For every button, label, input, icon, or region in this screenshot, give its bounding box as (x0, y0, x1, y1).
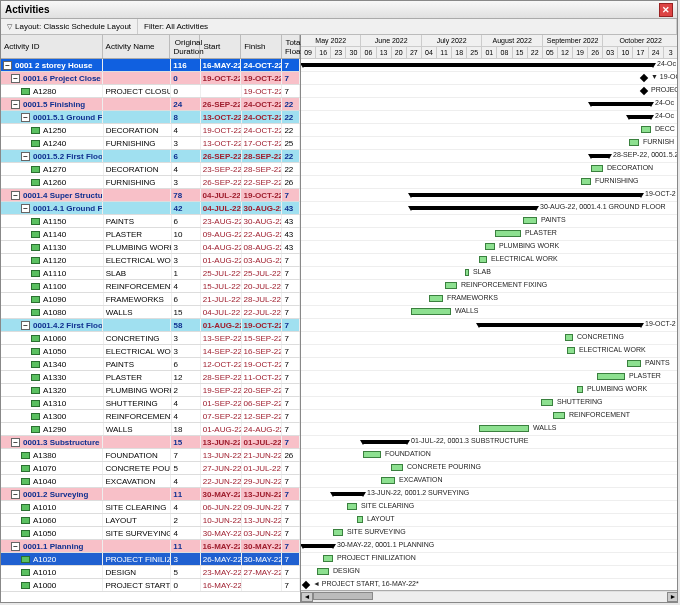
task-bar[interactable] (541, 399, 553, 406)
gantt-row[interactable]: PAINTS (301, 358, 677, 371)
activity-row[interactable]: A1060LAYOUT210-JUN-22*13-JUN-227 (1, 514, 300, 527)
col-activity-name[interactable]: Activity Name (103, 35, 171, 58)
activity-row[interactable]: A1100REINFORCEMENT FIX415-JUL-22*20-JUL-… (1, 280, 300, 293)
gantt-row[interactable]: SHUTTERING (301, 397, 677, 410)
activity-row[interactable]: A1240FURNISHING313-OCT-2217-OCT-2225 (1, 137, 300, 150)
task-bar[interactable] (323, 555, 333, 562)
summary-row[interactable]: −0001.4.2 First Floor5801-AUG-2219-OCT-2… (1, 319, 300, 332)
task-bar[interactable] (347, 503, 357, 510)
activity-row[interactable]: A1260FURNISHING326-SEP-2222-SEP-2226 (1, 176, 300, 189)
task-bar[interactable] (523, 217, 537, 224)
gantt-row[interactable]: PROJECT (301, 85, 677, 98)
summary-row[interactable]: −0001.3 Substructure1513-JUN-2201-JUL-22… (1, 436, 300, 449)
task-bar[interactable] (411, 308, 451, 315)
summary-bar[interactable] (411, 206, 536, 210)
activity-row[interactable]: A1150PAINTS623-AUG-2230-AUG-2243 (1, 215, 300, 228)
gantt-row[interactable]: DECC (301, 124, 677, 137)
filter-dropdown[interactable]: Filter: All Activities (138, 19, 677, 34)
gantt-row[interactable]: 30-MAY-22, 0001.1 PLANNING (301, 540, 677, 553)
scroll-track[interactable] (313, 592, 667, 602)
activity-row[interactable]: A1140PLASTER1009-AUG-2222-AUG-2243 (1, 228, 300, 241)
gantt-row[interactable]: FRAMEWORKS (301, 293, 677, 306)
task-bar[interactable] (465, 269, 469, 276)
summary-bar[interactable] (303, 544, 333, 548)
gantt-row[interactable]: PAINTS (301, 215, 677, 228)
scroll-thumb[interactable] (313, 592, 373, 600)
gantt-row[interactable]: FURNISHING (301, 176, 677, 189)
summary-bar[interactable] (411, 193, 641, 197)
gantt-row[interactable]: PLUMBING WORK (301, 384, 677, 397)
gantt-row[interactable]: REINFORCEMENT (301, 410, 677, 423)
summary-bar[interactable] (333, 492, 363, 496)
collapse-icon[interactable]: − (11, 100, 20, 109)
gantt-row[interactable]: FURNISH (301, 137, 677, 150)
activity-row[interactable]: A1060CONCRETING313-SEP-22*15-SEP-227 (1, 332, 300, 345)
task-bar[interactable] (317, 568, 329, 575)
gantt-row[interactable]: LAYOUT (301, 514, 677, 527)
summary-row[interactable]: −0001.4 Super Structure7804-JUL-2219-OCT… (1, 189, 300, 202)
activity-row[interactable]: A1280PROJECT CLOSURE019-OCT-227 (1, 85, 300, 98)
collapse-icon[interactable]: − (21, 152, 30, 161)
task-bar[interactable] (553, 412, 565, 419)
col-duration[interactable]: Original Duration (170, 35, 200, 58)
summary-bar[interactable] (591, 154, 609, 158)
milestone-bar[interactable] (302, 581, 310, 589)
layout-dropdown[interactable]: ▽ Layout: Classic Schedule Layout (1, 19, 138, 34)
summary-row[interactable]: −0001.5 Finishing2426-SEP-2224-OCT-2222 (1, 98, 300, 111)
summary-bar[interactable] (629, 115, 651, 119)
activity-row[interactable]: A1010SITE CLEARING406-JUN-22*09-JUN-227 (1, 501, 300, 514)
task-bar[interactable] (641, 126, 651, 133)
col-start[interactable]: Start (200, 35, 241, 58)
summary-row[interactable]: −0001.6 Project Close019-OCT-2219-OCT-22… (1, 72, 300, 85)
task-bar[interactable] (577, 386, 583, 393)
task-bar[interactable] (627, 360, 641, 367)
summary-row[interactable]: −0001.5.2 First Floor626-SEP-2228-SEP-22… (1, 150, 300, 163)
task-bar[interactable] (479, 425, 529, 432)
gantt-row[interactable]: PLUMBING WORK (301, 241, 677, 254)
gantt-row[interactable]: PLASTER (301, 371, 677, 384)
col-finish[interactable]: Finish (241, 35, 282, 58)
gantt-row[interactable]: ▼ 19-OCT-2 (301, 72, 677, 85)
gantt-row[interactable]: 24-Oc (301, 111, 677, 124)
summary-row[interactable]: −0001.2 Surveying1130-MAY-2213-JUN-227 (1, 488, 300, 501)
activity-row[interactable]: A1050ELECTRICAL WORK314-SEP-22*16-SEP-22… (1, 345, 300, 358)
task-bar[interactable] (381, 477, 395, 484)
gantt-row[interactable]: CONCRETING (301, 332, 677, 345)
gantt-row[interactable]: SITE CLEARING (301, 501, 677, 514)
gantt-row[interactable]: WALLS (301, 306, 677, 319)
summary-row[interactable]: −0001.5.1 Ground Floor813-OCT-2224-OCT-2… (1, 111, 300, 124)
scroll-left-icon[interactable]: ◄ (301, 592, 313, 602)
activity-row[interactable]: A1340PAINTS612-OCT-22*19-OCT-227 (1, 358, 300, 371)
activity-row[interactable]: A1380FOUNDATION713-JUN-22*21-JUN-2226 (1, 449, 300, 462)
task-bar[interactable] (363, 451, 381, 458)
activity-row[interactable]: A1010DESIGN523-MAY-2227-MAY-227 (1, 566, 300, 579)
task-bar[interactable] (565, 334, 573, 341)
collapse-icon[interactable]: − (21, 113, 30, 122)
activity-row[interactable]: A1250DECORATION419-OCT-2224-OCT-2222 (1, 124, 300, 137)
collapse-icon[interactable]: − (11, 74, 20, 83)
task-bar[interactable] (597, 373, 625, 380)
close-icon[interactable]: ✕ (659, 3, 673, 17)
gantt-row[interactable]: 30-AUG-22, 0001.4.1 GROUND FLOOR (301, 202, 677, 215)
task-bar[interactable] (479, 256, 487, 263)
task-bar[interactable] (629, 139, 639, 146)
task-bar[interactable] (333, 529, 343, 536)
task-bar[interactable] (591, 165, 603, 172)
summary-bar[interactable] (479, 323, 641, 327)
activity-row[interactable]: A1050SITE SURVEYING430-MAY-22*03-JUN-227 (1, 527, 300, 540)
task-bar[interactable] (429, 295, 443, 302)
activity-row[interactable]: A1310SHUTTERING401-SEP-22*06-SEP-227 (1, 397, 300, 410)
gantt-row[interactable]: ELECTRICAL WORK (301, 254, 677, 267)
activity-row[interactable]: A1020PROJECT FINILIZATIO326-MAY-2230-MAY… (1, 553, 300, 566)
gantt-row[interactable]: 24-Oc (301, 59, 677, 72)
gantt-row[interactable]: WALLS (301, 423, 677, 436)
gantt-row[interactable]: FOUNDATION (301, 449, 677, 462)
gantt-row[interactable]: REINFORCEMENT FIXING (301, 280, 677, 293)
collapse-icon[interactable]: − (3, 61, 12, 70)
table-body[interactable]: −0001 2 storey House11616-MAY-2224-OCT-2… (1, 59, 300, 602)
task-bar[interactable] (357, 516, 363, 523)
activity-row[interactable]: A1130PLUMBING WORK304-AUG-2208-AUG-2243 (1, 241, 300, 254)
task-bar[interactable] (391, 464, 403, 471)
summary-row[interactable]: −0001 2 storey House11616-MAY-2224-OCT-2… (1, 59, 300, 72)
gantt-row[interactable]: 01-JUL-22, 0001.3 SUBSTRUCTURE (301, 436, 677, 449)
